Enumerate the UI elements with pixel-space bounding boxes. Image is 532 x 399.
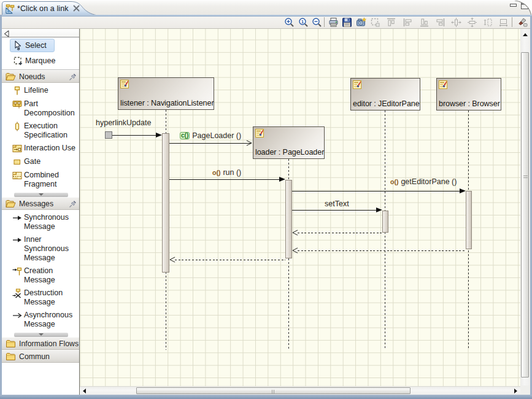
distribute-vertical-icon[interactable] — [467, 17, 477, 28]
open-folder-icon — [6, 200, 16, 208]
palette-item-asynchronous-message[interactable]: Asynchronous Message — [12, 311, 78, 329]
drawer-messages[interactable]: Messages — [2, 197, 79, 210]
zoom-original-icon[interactable]: 1 — [298, 17, 309, 28]
lifeline-head-loader[interactable]: loader : PageLoader — [253, 126, 325, 159]
palette-item-inner-synchronous-message[interactable]: Inner Synchronous Message — [12, 235, 78, 263]
drawer-label: Commun — [19, 352, 50, 361]
message-text: PageLoader () — [192, 131, 241, 140]
lifeline-name: editor : JEditorPane — [353, 99, 420, 108]
activation-listener[interactable] — [162, 133, 169, 273]
align-left-icon[interactable] — [403, 17, 413, 28]
palette-item-interaction-use[interactable]: Interaction Use — [12, 144, 78, 153]
message-label[interactable]: o()getEditorPane () — [390, 177, 457, 186]
align-right-icon[interactable] — [435, 17, 445, 28]
drawer-information-flows[interactable]: Information Flows — [2, 337, 79, 350]
palette-item-lifeline[interactable]: Lifeline — [12, 86, 78, 96]
lifeline-head-editor[interactable]: editor : JEditorPane — [350, 78, 420, 110]
vertical-scroll-thumb[interactable] — [521, 52, 529, 378]
zoom-in-icon[interactable] — [284, 17, 295, 28]
selection-icon[interactable] — [370, 17, 380, 28]
save-icon[interactable] — [342, 17, 352, 28]
scroll-up-icon[interactable] — [523, 33, 528, 36]
palette-item-gate[interactable]: Gate — [12, 157, 78, 167]
palette-scroll-down[interactable] — [14, 333, 68, 337]
palette-item-label: Combined Fragment — [24, 171, 78, 189]
reply-loader-to-listener[interactable] — [175, 260, 285, 260]
lifeline-head-listener[interactable]: listener : NavigationListener — [118, 77, 214, 110]
palette-item-label: Gate — [24, 157, 78, 166]
drawer-label: Messages — [19, 200, 53, 208]
message-text: run () — [223, 168, 241, 177]
lifeline-head-icon — [439, 80, 447, 89]
drawer-commun[interactable]: Commun — [2, 350, 79, 363]
horizontal-scrollbar[interactable] — [80, 386, 520, 395]
message-text: getEditorPane () — [401, 177, 457, 186]
horizontal-scroll-thumb[interactable] — [136, 387, 411, 394]
scroll-left-icon[interactable] — [83, 389, 86, 393]
palette-item-label: Lifeline — [24, 86, 78, 95]
editor-tab[interactable]: *Click on a link — [2, 1, 101, 15]
close-icon[interactable] — [72, 4, 80, 12]
palette-item-execution-specification[interactable]: Execution Specification — [12, 122, 78, 140]
palette-item-label: Synchronous Message — [24, 213, 78, 231]
synchronous-message-icon — [12, 213, 22, 223]
print-icon[interactable] — [328, 17, 339, 28]
appearance-brush-icon[interactable] — [517, 17, 528, 28]
tool-select[interactable]: Select — [10, 39, 55, 52]
arrowhead — [376, 207, 382, 212]
scroll-right-icon[interactable] — [514, 389, 517, 393]
window-frame-left — [0, 15, 2, 399]
pin-icon[interactable] — [69, 73, 77, 81]
destruction-message-icon — [12, 289, 22, 298]
snapshot-icon[interactable] — [356, 17, 366, 28]
pin-icon[interactable] — [69, 200, 77, 208]
palette-item-part-decomposition[interactable]: Part Decomposition — [12, 99, 78, 118]
lifeline-name: browser : Browser — [439, 99, 500, 108]
zoom-out-icon[interactable] — [312, 17, 322, 28]
palette-scroll-down[interactable] — [14, 193, 68, 197]
lifeline-icon — [12, 86, 22, 96]
message-run[interactable] — [169, 179, 281, 180]
open-folder-icon — [6, 72, 16, 81]
activation-browser[interactable] — [466, 191, 472, 249]
tool-marquee[interactable]: Marquee — [10, 54, 63, 68]
message-label[interactable]: hyperlinkUpdate — [96, 118, 151, 127]
palette-item-synchronous-message[interactable]: Synchronous Message — [12, 213, 78, 231]
auto-size-icon[interactable] — [498, 17, 509, 28]
execution-specification-icon — [12, 122, 22, 131]
message-geteditorpane[interactable] — [292, 191, 461, 192]
message-settext[interactable] — [292, 210, 378, 211]
palette-collapse-icon[interactable] — [4, 30, 9, 37]
found-message-endpoint[interactable] — [105, 131, 112, 139]
distribute-horizontal-icon[interactable] — [451, 17, 461, 28]
combined-fragment-icon — [12, 171, 22, 180]
svg-text:1: 1 — [301, 19, 304, 25]
drawer-noeuds[interactable]: Noeuds — [2, 70, 79, 83]
closed-folder-icon — [6, 352, 16, 361]
message-pageloader[interactable] — [169, 143, 251, 144]
canvas-area: listener : NavigationListener loader : P… — [79, 29, 530, 395]
open-arrowhead — [292, 230, 298, 236]
message-hyperlinkupdate[interactable] — [112, 135, 157, 136]
lifeline-name: listener : NavigationListener — [120, 99, 214, 107]
match-size-icon[interactable] — [482, 17, 493, 28]
palette-item-creation-message[interactable]: Creation Message — [12, 266, 78, 285]
drawer-noeuds-items: Lifeline Part Decomposition Execution Sp… — [2, 83, 79, 197]
palette-item-destruction-message[interactable]: Destruction Message — [12, 289, 78, 307]
reply-browser-to-loader[interactable] — [298, 250, 466, 251]
lifeline-head-browser[interactable]: browser : Browser — [436, 78, 501, 110]
activation-loader[interactable] — [285, 180, 292, 258]
window-frame-bottom — [0, 395, 532, 399]
align-top-icon[interactable] — [386, 17, 396, 28]
reply-editor-to-loader[interactable] — [298, 233, 382, 233]
diagram-canvas[interactable]: listener : NavigationListener loader : P… — [80, 29, 520, 395]
palette-item-label: Execution Specification — [24, 122, 78, 140]
message-label[interactable]: setText — [325, 200, 349, 208]
vertical-scrollbar[interactable] — [520, 29, 530, 395]
align-bottom-icon[interactable] — [419, 17, 430, 28]
message-label[interactable]: o()run () — [212, 168, 241, 177]
drawer-label: Information Flows — [19, 339, 79, 348]
message-label[interactable]: c()PageLoader () — [180, 131, 241, 140]
palette-item-combined-fragment[interactable]: Combined Fragment — [12, 171, 78, 189]
activation-editor[interactable] — [382, 211, 388, 233]
